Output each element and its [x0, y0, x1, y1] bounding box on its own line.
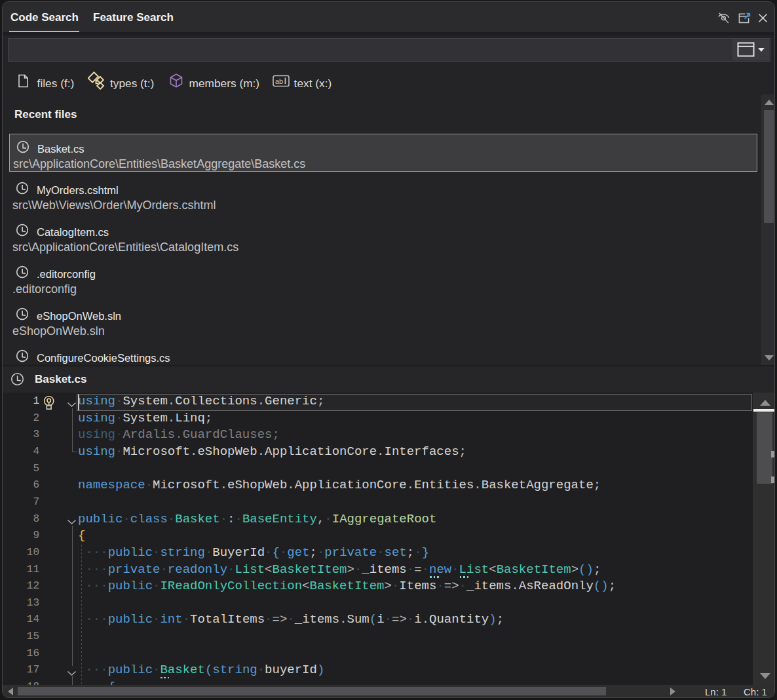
svg-text:ab: ab [275, 77, 283, 85]
